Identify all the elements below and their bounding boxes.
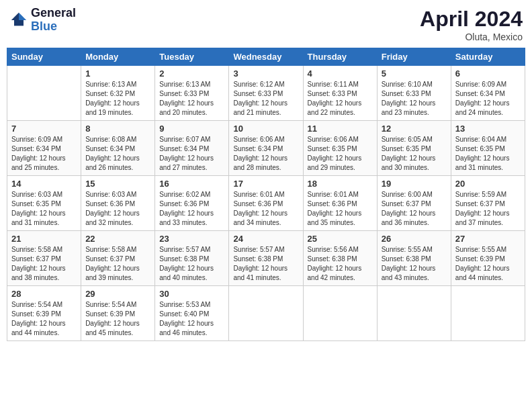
calendar-cell: 21Sunrise: 5:58 AM Sunset: 6:37 PM Dayli… [7,231,81,286]
svg-rect-2 [14,20,24,26]
calendar-cell: 26Sunrise: 5:55 AM Sunset: 6:38 PM Dayli… [377,231,451,286]
day-number: 13 [455,124,521,134]
day-info: Sunrise: 5:58 AM Sunset: 6:37 PM Dayligh… [85,245,150,283]
calendar-body: 1Sunrise: 6:13 AM Sunset: 6:32 PM Daylig… [7,66,525,341]
calendar-cell: 9Sunrise: 6:07 AM Sunset: 6:34 PM Daylig… [155,121,229,176]
day-number: 21 [11,234,77,244]
day-header: Sunday [7,48,81,66]
day-info: Sunrise: 6:03 AM Sunset: 6:36 PM Dayligh… [85,190,150,228]
day-info: Sunrise: 5:56 AM Sunset: 6:38 PM Dayligh… [308,245,373,283]
calendar-cell: 23Sunrise: 5:57 AM Sunset: 6:38 PM Dayli… [155,231,229,286]
calendar-cell: 22Sunrise: 5:58 AM Sunset: 6:37 PM Dayli… [81,231,155,286]
calendar-cell: 24Sunrise: 5:57 AM Sunset: 6:38 PM Dayli… [229,231,303,286]
day-number: 23 [159,234,224,244]
day-number: 11 [308,124,373,134]
calendar-cell: 6Sunrise: 6:09 AM Sunset: 6:34 PM Daylig… [451,66,525,121]
month-year: April 2024 [420,7,523,32]
day-info: Sunrise: 6:00 AM Sunset: 6:37 PM Dayligh… [382,190,447,228]
calendar-cell [229,286,303,341]
day-header: Monday [81,48,155,66]
calendar-cell: 12Sunrise: 6:05 AM Sunset: 6:35 PM Dayli… [377,121,451,176]
calendar-cell: 16Sunrise: 6:02 AM Sunset: 6:36 PM Dayli… [155,176,229,231]
day-info: Sunrise: 5:57 AM Sunset: 6:38 PM Dayligh… [159,245,224,283]
day-number: 8 [85,124,150,134]
day-number: 4 [308,68,373,79]
svg-marker-0 [19,13,26,20]
calendar-cell: 17Sunrise: 6:01 AM Sunset: 6:36 PM Dayli… [229,176,303,231]
calendar-cell: 11Sunrise: 6:06 AM Sunset: 6:35 PM Dayli… [303,121,377,176]
day-number: 19 [382,179,447,189]
day-info: Sunrise: 6:01 AM Sunset: 6:36 PM Dayligh… [233,190,298,228]
title-block: April 2024 Oluta, Mexico [420,7,523,42]
calendar-cell: 10Sunrise: 6:06 AM Sunset: 6:34 PM Dayli… [229,121,303,176]
day-info: Sunrise: 5:54 AM Sunset: 6:39 PM Dayligh… [85,300,150,338]
day-number: 28 [11,289,77,299]
calendar-cell: 8Sunrise: 6:08 AM Sunset: 6:34 PM Daylig… [81,121,155,176]
day-info: Sunrise: 6:06 AM Sunset: 6:35 PM Dayligh… [308,135,373,173]
day-number: 10 [233,124,298,134]
calendar-cell: 5Sunrise: 6:10 AM Sunset: 6:33 PM Daylig… [377,66,451,121]
day-info: Sunrise: 6:07 AM Sunset: 6:34 PM Dayligh… [159,135,224,173]
day-header: Tuesday [155,48,229,66]
calendar-cell: 1Sunrise: 6:13 AM Sunset: 6:32 PM Daylig… [81,66,155,121]
day-info: Sunrise: 6:01 AM Sunset: 6:36 PM Dayligh… [308,190,373,228]
day-number: 18 [308,179,373,189]
calendar-week-row: 1Sunrise: 6:13 AM Sunset: 6:32 PM Daylig… [7,66,525,121]
day-info: Sunrise: 6:08 AM Sunset: 6:34 PM Dayligh… [85,135,150,173]
calendar-cell: 13Sunrise: 6:04 AM Sunset: 6:35 PM Dayli… [451,121,525,176]
calendar-cell: 28Sunrise: 5:54 AM Sunset: 6:39 PM Dayli… [7,286,81,341]
day-info: Sunrise: 6:06 AM Sunset: 6:34 PM Dayligh… [233,135,298,173]
day-number: 22 [85,234,150,244]
calendar-cell: 4Sunrise: 6:11 AM Sunset: 6:33 PM Daylig… [303,66,377,121]
day-number: 20 [455,179,521,189]
day-info: Sunrise: 6:09 AM Sunset: 6:34 PM Dayligh… [11,135,77,173]
day-info: Sunrise: 6:11 AM Sunset: 6:33 PM Dayligh… [308,80,373,118]
day-number: 9 [159,124,224,134]
day-header: Saturday [451,48,525,66]
day-info: Sunrise: 6:12 AM Sunset: 6:33 PM Dayligh… [233,80,298,118]
calendar-cell: 27Sunrise: 5:55 AM Sunset: 6:39 PM Dayli… [451,231,525,286]
svg-marker-1 [11,13,19,20]
day-number: 27 [455,234,521,244]
day-number: 5 [382,68,447,79]
logo-icon [9,11,28,30]
day-info: Sunrise: 6:05 AM Sunset: 6:35 PM Dayligh… [382,135,447,173]
logo: General Blue [9,7,76,34]
day-number: 24 [233,234,298,244]
day-info: Sunrise: 5:55 AM Sunset: 6:38 PM Dayligh… [382,245,447,283]
calendar-cell: 14Sunrise: 6:03 AM Sunset: 6:35 PM Dayli… [7,176,81,231]
calendar-week-row: 14Sunrise: 6:03 AM Sunset: 6:35 PM Dayli… [7,176,525,231]
day-info: Sunrise: 5:53 AM Sunset: 6:40 PM Dayligh… [159,300,224,338]
day-info: Sunrise: 6:09 AM Sunset: 6:34 PM Dayligh… [455,80,521,118]
day-number: 12 [382,124,447,134]
day-number: 29 [85,289,150,299]
calendar-cell: 18Sunrise: 6:01 AM Sunset: 6:36 PM Dayli… [303,176,377,231]
location: Oluta, Mexico [420,32,523,42]
day-number: 25 [308,234,373,244]
day-number: 1 [85,68,150,79]
calendar-cell [451,286,525,341]
calendar-week-row: 7Sunrise: 6:09 AM Sunset: 6:34 PM Daylig… [7,121,525,176]
calendar-cell [303,286,377,341]
day-number: 6 [455,68,521,79]
calendar-header-row: SundayMondayTuesdayWednesdayThursdayFrid… [7,48,525,66]
day-number: 16 [159,179,224,189]
calendar-cell: 30Sunrise: 5:53 AM Sunset: 6:40 PM Dayli… [155,286,229,341]
day-info: Sunrise: 5:55 AM Sunset: 6:39 PM Dayligh… [455,245,521,283]
day-info: Sunrise: 5:54 AM Sunset: 6:39 PM Dayligh… [11,300,77,338]
day-info: Sunrise: 6:10 AM Sunset: 6:33 PM Dayligh… [382,80,447,118]
calendar-cell: 20Sunrise: 5:59 AM Sunset: 6:37 PM Dayli… [451,176,525,231]
day-info: Sunrise: 5:59 AM Sunset: 6:37 PM Dayligh… [455,190,521,228]
day-header: Wednesday [229,48,303,66]
calendar-cell [7,66,81,121]
day-number: 15 [85,179,150,189]
day-info: Sunrise: 6:13 AM Sunset: 6:32 PM Dayligh… [85,80,150,118]
calendar-cell [377,286,451,341]
day-number: 3 [233,68,298,79]
day-info: Sunrise: 5:58 AM Sunset: 6:37 PM Dayligh… [11,245,77,283]
day-info: Sunrise: 6:03 AM Sunset: 6:35 PM Dayligh… [11,190,77,228]
day-number: 7 [11,124,77,134]
calendar-week-row: 28Sunrise: 5:54 AM Sunset: 6:39 PM Dayli… [7,286,525,341]
day-info: Sunrise: 6:02 AM Sunset: 6:36 PM Dayligh… [159,190,224,228]
calendar-cell: 25Sunrise: 5:56 AM Sunset: 6:38 PM Dayli… [303,231,377,286]
